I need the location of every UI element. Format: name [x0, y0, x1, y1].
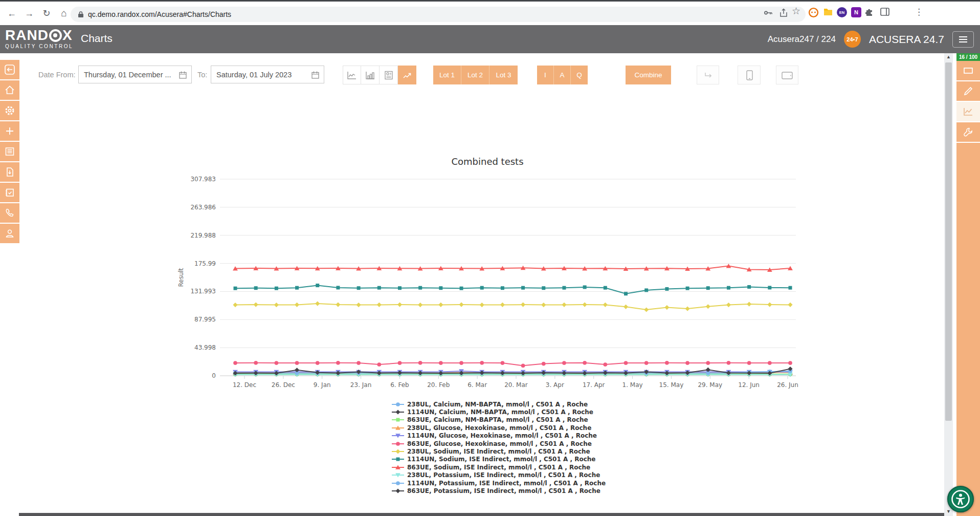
trend-chart-button[interactable]	[398, 66, 416, 84]
browser-menu-dots-icon[interactable]: ⋮	[915, 7, 923, 17]
browser-reload-button[interactable]: ↻	[39, 6, 54, 21]
legend-item[interactable]: 863UE, Potassium, ISE Indirect, mmol/l ,…	[392, 487, 606, 494]
svg-text:263.986: 263.986	[190, 204, 216, 211]
lot-2-button[interactable]: Lot 2	[461, 66, 489, 84]
panel-layout-button[interactable]	[956, 61, 980, 81]
en-extension-icon[interactable]: EN	[837, 7, 847, 17]
legend-item[interactable]: 1114UN, Potassium, ISE Indirect, mmol/l …	[392, 479, 606, 487]
date-from-input[interactable]: Thursday, 01 December ...	[78, 66, 192, 83]
scrollbar-up-arrow[interactable]: ▲	[944, 54, 953, 59]
sidebar-back-button[interactable]	[0, 60, 19, 79]
puzzle-extensions-icon[interactable]	[864, 7, 875, 19]
landscape-view-button[interactable]	[776, 66, 798, 84]
browser-back-button[interactable]: ←	[4, 6, 19, 21]
date-to-input[interactable]: Saturday, 01 July 2023	[211, 66, 324, 83]
phone-icon	[4, 207, 16, 219]
legend-label: 863UE, Calcium, NM-BAPTA, mmol/l , C501 …	[407, 416, 588, 423]
password-key-icon[interactable]	[763, 8, 773, 18]
sidebar-settings-button[interactable]	[0, 101, 19, 120]
phone-portrait-icon	[744, 69, 755, 81]
legend-label: 238UL, Calcium, NM-BAPTA, mmol/l , C501 …	[407, 401, 588, 408]
sidebar-import-button[interactable]	[0, 162, 19, 182]
legend-item[interactable]: 863UE, Sodium, ISE Indirect, mmol/l , C5…	[392, 463, 606, 471]
charts-panel-button[interactable]	[956, 102, 980, 122]
lot-1-button[interactable]: Lot 1	[433, 66, 461, 84]
legend-label: 863UE, Sodium, ISE Indirect, mmol/l , C5…	[407, 464, 590, 471]
address-bar[interactable]: qc.demo.randox.com/Acusera#Charts/Charts	[71, 7, 806, 22]
legend-label: 238UL, Sodium, ISE Indirect, mmol/l , C5…	[407, 448, 590, 455]
svg-text:29. May: 29. May	[698, 381, 722, 389]
svg-text:9. Jan: 9. Jan	[314, 381, 331, 389]
browser-toolbar: ← → ↻ ⌂ qc.demo.randox.com/Acusera#Chart…	[0, 2, 980, 25]
browser-home-button[interactable]: ⌂	[56, 6, 72, 21]
share-icon[interactable]	[778, 8, 789, 18]
svg-text:20. Mar: 20. Mar	[504, 381, 528, 389]
portrait-view-button[interactable]	[738, 66, 761, 84]
legend-marker-icon	[392, 472, 404, 478]
hamburger-menu-button[interactable]	[952, 31, 974, 48]
calendar-icon[interactable]	[311, 71, 320, 79]
onenote-extension-label: N	[854, 9, 858, 15]
calendar-icon[interactable]	[179, 71, 187, 79]
side-panel-icon[interactable]	[880, 7, 890, 18]
sidebar-reports-button[interactable]	[0, 142, 19, 161]
onenote-extension-icon[interactable]: N	[851, 7, 861, 17]
svg-text:175.99: 175.99	[194, 260, 216, 267]
svg-text:15. May: 15. May	[659, 381, 684, 389]
report-view-button[interactable]	[380, 66, 398, 84]
q-filter-button[interactable]: Q	[571, 66, 588, 84]
tools-button[interactable]	[956, 122, 980, 143]
report-settings-icon	[383, 70, 394, 81]
sidebar-profile-button[interactable]	[0, 224, 19, 243]
a-filter-button[interactable]: A	[554, 66, 571, 84]
edit-button[interactable]	[956, 81, 980, 102]
bot-extension-icon[interactable]	[808, 7, 819, 20]
legend-marker-icon	[392, 481, 404, 486]
legend-label: 1114UN, Calcium, NM-BAPTA, mmol/l , C501…	[407, 408, 593, 416]
legend-label: 863UE, Glucose, Hexokinase, mmol/l , C50…	[407, 440, 592, 447]
sidebar-home-button[interactable]	[0, 80, 19, 100]
legend-item[interactable]: 238UL, Glucose, Hexokinase, mmol/l , C50…	[392, 424, 606, 432]
svg-text:26. Jun: 26. Jun	[777, 381, 798, 389]
sidebar-contact-button[interactable]	[0, 203, 19, 223]
legend-item[interactable]: 238UL, Potassium, ISE Indirect, mmol/l ,…	[392, 471, 606, 479]
url-text: qc.demo.randox.com/Acusera#Charts/Charts	[88, 10, 231, 18]
legend-item[interactable]: 1114UN, Sodium, ISE Indirect, mmol/l , C…	[392, 456, 606, 463]
i-filter-button[interactable]: I	[537, 66, 554, 84]
folder-extension-icon[interactable]	[823, 7, 834, 19]
accessibility-widget-button[interactable]	[947, 486, 974, 512]
svg-text:1. May: 1. May	[622, 381, 643, 389]
browser-forward-button[interactable]: →	[21, 6, 37, 21]
export-button[interactable]	[697, 66, 719, 84]
lot-3-button[interactable]: Lot 3	[489, 66, 518, 84]
svg-text:Combined tests: Combined tests	[451, 156, 523, 167]
bookmark-star-icon[interactable]: ☆	[792, 5, 800, 17]
legend-label: 1114UN, Glucose, Hexokinase, mmol/l , C5…	[407, 432, 597, 439]
sidebar-add-button[interactable]	[0, 121, 19, 141]
legend-item[interactable]: 238UL, Calcium, NM-BAPTA, mmol/l , C501 …	[392, 400, 606, 408]
legend-item[interactable]: 1114UN, Calcium, NM-BAPTA, mmol/l , C501…	[392, 408, 606, 416]
legend-label: 1114UN, Sodium, ISE Indirect, mmol/l , C…	[407, 456, 595, 463]
logo-text-post: X	[62, 28, 73, 42]
svg-text:307.983: 307.983	[190, 176, 216, 183]
svg-text:12. Jun: 12. Jun	[738, 381, 760, 389]
legend-marker-icon	[392, 488, 404, 493]
legend-item[interactable]: 238UL, Sodium, ISE Indirect, mmol/l , C5…	[392, 447, 606, 455]
svg-text:23. Jan: 23. Jan	[350, 381, 371, 389]
scrollbar-down-arrow[interactable]: ▼	[944, 509, 953, 514]
pencil-icon	[962, 85, 974, 97]
legend-item[interactable]: 863UE, Glucose, Hexokinase, mmol/l , C50…	[392, 440, 606, 447]
en-extension-label: EN	[839, 10, 844, 15]
combine-button[interactable]: Combine	[626, 66, 671, 84]
levey-jennings-chart-button[interactable]	[343, 66, 361, 84]
legend-item[interactable]: 1114UN, Glucose, Hexokinase, mmol/l , C5…	[392, 432, 606, 440]
usage-counter-badge: 16 / 100	[956, 53, 980, 61]
tablet-landscape-icon	[781, 70, 794, 81]
combined-tests-chart[interactable]: 307.983263.986219.988175.99131.99387.995…	[174, 154, 808, 394]
histogram-chart-button[interactable]	[361, 66, 380, 84]
scrollbar-thumb[interactable]	[945, 62, 952, 421]
legend-item[interactable]: 863UE, Calcium, NM-BAPTA, mmol/l , C501 …	[392, 416, 606, 424]
sidebar-planner-button[interactable]	[0, 183, 19, 202]
trend-up-icon	[402, 70, 413, 81]
legend-label: 863UE, Potassium, ISE Indirect, mmol/l ,…	[407, 487, 600, 494]
